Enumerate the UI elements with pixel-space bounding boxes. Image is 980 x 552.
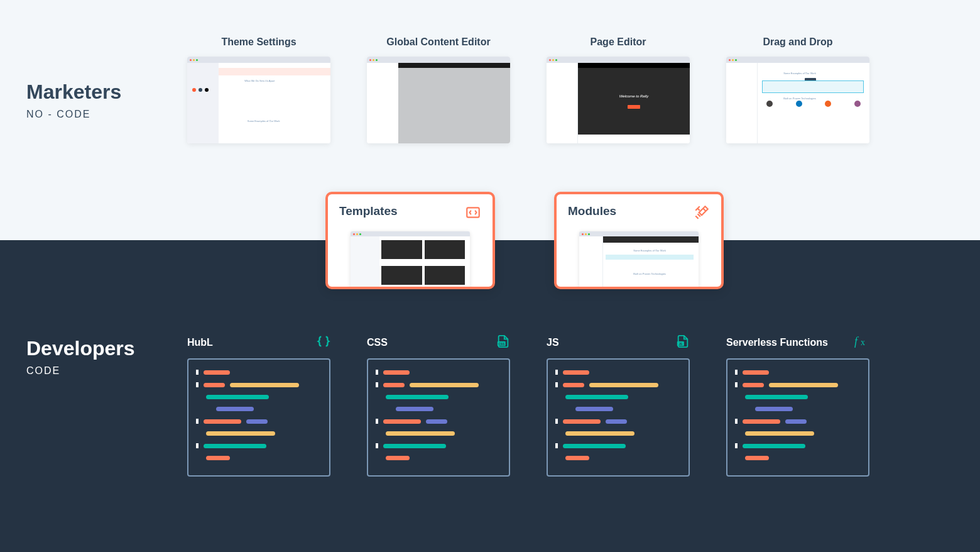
svg-text:CSS: CSS [499, 343, 504, 346]
hubl-col: HubL [187, 334, 330, 477]
modules-card: Modules Some Examples of Our Work Built … [554, 192, 724, 289]
templates-icon [465, 204, 481, 223]
marketers-subtitle: NO - CODE [26, 109, 121, 120]
svg-rect-0 [467, 207, 479, 217]
modules-mock: Some Examples of Our Work Built on Prove… [579, 231, 699, 289]
serverless-code-box [726, 358, 869, 477]
js-title: JS [547, 337, 559, 348]
hubl-title: HubL [187, 337, 213, 348]
marketer-tools-row: Theme Settings What We Do Sets Us Apart … [187, 36, 869, 143]
tools-icon [694, 204, 710, 223]
css-col: CSS CSS [367, 334, 510, 477]
developer-tools-row: HubL CSS CSS [187, 334, 869, 477]
css-file-icon: CSS [496, 334, 510, 351]
developers-title: Developers [26, 337, 135, 360]
page-editor-heading: Page Editor [547, 36, 690, 48]
theme-settings-col: Theme Settings What We Do Sets Us Apart … [187, 36, 330, 143]
drag-and-drop-col: Drag and Drop Some Examples of Our Work … [726, 36, 869, 143]
templates-card: Templates [325, 192, 495, 289]
page-editor-hero-text: Welcome to Rally [619, 94, 649, 98]
svg-text:f: f [854, 335, 859, 348]
drag-drop-heading: Drag and Drop [726, 36, 869, 48]
developers-label: Developers CODE [26, 337, 135, 377]
bridge-cards-row: Templates Modules [325, 192, 724, 289]
templates-mock [351, 231, 470, 289]
page-editor-col: Page Editor Welcome to Rally [547, 36, 690, 143]
svg-text:JS: JS [679, 343, 683, 346]
css-title: CSS [367, 337, 388, 348]
serverless-title: Serverless Functions [726, 337, 828, 348]
css-code-box [367, 358, 510, 477]
page-editor-screenshot: Welcome to Rally [547, 57, 690, 143]
js-col: JS JS [547, 334, 690, 477]
fx-icon: fx [854, 334, 869, 351]
braces-icon [317, 334, 330, 351]
developers-subtitle: CODE [26, 365, 135, 377]
global-content-editor-col: Global Content Editor [367, 36, 510, 143]
theme-settings-screenshot: What We Do Sets Us Apart Some Examples o… [187, 57, 330, 143]
svg-text:x: x [861, 338, 865, 347]
hubl-code-box [187, 358, 330, 477]
global-content-heading: Global Content Editor [367, 36, 510, 48]
serverless-col: Serverless Functions fx [726, 334, 869, 477]
marketers-title: Marketers [26, 80, 121, 104]
templates-title: Templates [339, 204, 481, 218]
js-file-icon: JS [676, 334, 690, 351]
drag-drop-screenshot: Some Examples of Our Work Built on Prove… [726, 57, 869, 143]
theme-settings-heading: Theme Settings [187, 36, 330, 48]
global-content-screenshot [367, 57, 510, 143]
marketers-label: Marketers NO - CODE [26, 80, 121, 120]
modules-title: Modules [568, 204, 710, 218]
js-code-box [547, 358, 690, 477]
